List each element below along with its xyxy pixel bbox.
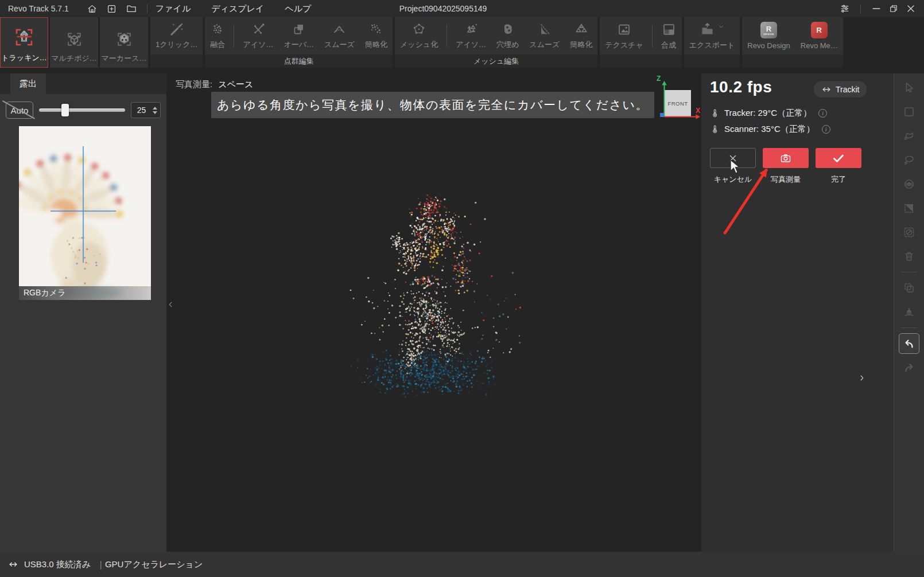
toolbar-button-composite[interactable]: 合成	[656, 17, 682, 54]
simplify-mesh-icon	[574, 22, 589, 37]
toolbar-button-export[interactable]: エクスポート	[684, 17, 740, 54]
toolbar-button-smooth-points[interactable]: スムーズ	[319, 17, 360, 54]
toolbar-button-marker-scan[interactable]: マーカース…	[100, 17, 148, 68]
toolbar-group-caption	[150, 54, 203, 68]
restore-button[interactable]	[886, 2, 901, 15]
tool-invert-selection-button[interactable]	[899, 198, 919, 219]
settings-icon[interactable]	[837, 2, 852, 15]
toolbar-button-revo-design[interactable]: RDESIGNRevo Design	[742, 17, 795, 54]
menu-file[interactable]: ファイル	[156, 3, 191, 14]
toolbar-button-simplify-mesh[interactable]: 簡略化	[565, 17, 597, 54]
info-icon[interactable]: i	[822, 125, 830, 134]
trackit-button[interactable]: Trackit	[814, 81, 867, 98]
toolbar-group-caption	[600, 54, 682, 68]
right-panel: 10.2 fps Trackit Tracker: 29°C（正常） i Sca…	[701, 73, 924, 552]
left-panel-tabs: 露出	[0, 73, 166, 94]
export-icon	[700, 22, 715, 37]
toolbar-group-mesh-edit: メッシュ化アイソ…穴埋めスムーズ簡略化メッシュ編集	[395, 17, 597, 68]
toolbar-button-fill-holes[interactable]: 穴埋め	[491, 17, 524, 54]
toolbar-button-label: マーカース…	[102, 53, 147, 64]
mode-value: スペース	[218, 79, 253, 89]
open-project-icon[interactable]	[124, 2, 139, 15]
tool-brush-button[interactable]	[899, 302, 919, 322]
tool-delete-button[interactable]	[899, 246, 919, 267]
isolation-mesh-icon	[464, 22, 479, 37]
toolbar-button-label: 穴埋め	[496, 40, 519, 50]
tracker-status: Tracker: 29°C（正常）	[724, 108, 812, 119]
spinner-up-icon[interactable]	[153, 107, 157, 110]
toolbar-button-label: オーバ…	[284, 40, 314, 50]
revo-me-icon: R	[811, 22, 828, 38]
check-icon	[832, 151, 845, 165]
titlebar-divider	[147, 4, 147, 13]
done-button[interactable]	[816, 148, 861, 168]
toolbar-button-revo-me[interactable]: RRevo Me…	[795, 17, 843, 54]
trackit-label: Trackit	[836, 85, 859, 94]
chevron-down-icon	[717, 23, 725, 30]
exposure-slider[interactable]	[39, 103, 125, 117]
toolbar-button-multi-position[interactable]: マルチポジ…	[50, 17, 98, 68]
status-bar: USB3.0 接続済み ｜ GPUアクセラレーション	[0, 552, 924, 577]
exposure-spinbox[interactable]: 25	[131, 102, 161, 118]
menu-help[interactable]: ヘルプ	[285, 3, 311, 14]
tool-select-arrow-button[interactable]	[899, 77, 919, 98]
toolbar-group-caption	[684, 54, 740, 68]
exposure-controls: Auto 25	[0, 94, 166, 126]
photogrammetry-button[interactable]	[763, 148, 809, 168]
tab-exposure[interactable]: 露出	[10, 73, 46, 94]
toolbar-button-isolation-points[interactable]: アイソ…	[238, 17, 278, 54]
toolbar-button-tracking[interactable]: トラッキン…	[0, 17, 48, 68]
spinner-arrows[interactable]	[152, 107, 160, 114]
close-button[interactable]	[903, 2, 918, 15]
multi-position-icon	[65, 30, 83, 48]
new-project-icon[interactable]	[104, 2, 119, 15]
toolbar-group-apps: RDESIGNRevo DesignRRevo Me…	[742, 17, 843, 68]
undo-icon	[902, 337, 916, 350]
revo-design-icon: RDESIGN	[760, 22, 777, 38]
info-icon[interactable]: i	[818, 109, 827, 118]
done-label: 完了	[831, 174, 846, 185]
tool-redo-button[interactable]	[899, 357, 919, 378]
exposure-slider-handle[interactable]	[61, 104, 69, 116]
scanner-temperature-row: Scanner: 35°C（正常） i	[710, 124, 830, 135]
marker-scan-icon	[115, 30, 133, 48]
done-action: 完了	[816, 148, 861, 185]
tool-rectangle-select-button[interactable]	[899, 102, 919, 122]
panel-expand-handle[interactable]	[858, 371, 867, 385]
redo-icon	[902, 361, 916, 375]
tool-duplicate-button[interactable]	[899, 278, 919, 298]
thermometer-icon	[710, 108, 720, 118]
toolbar-button-fusion[interactable]: 融合	[205, 17, 230, 54]
toolbar-button-one-click[interactable]: 1クリック…	[150, 17, 203, 54]
menu-display[interactable]: ディスプレイ	[211, 3, 264, 14]
camera-preview-image	[19, 126, 151, 300]
panel-collapse-handle[interactable]	[167, 298, 176, 311]
toolbar-button-texture[interactable]: テクスチャ	[600, 17, 649, 54]
gizmo-front-label[interactable]: FRONT	[665, 90, 691, 116]
tool-polygon-select-button[interactable]	[899, 126, 919, 146]
minimize-button[interactable]	[869, 2, 884, 15]
spinner-down-icon[interactable]	[153, 111, 157, 114]
axis-x-label: X	[696, 107, 700, 115]
tool-deselect-button[interactable]	[899, 222, 919, 243]
fps-readout: 10.2 fps	[710, 78, 772, 96]
tool-lasso-select-button[interactable]	[899, 150, 919, 170]
cancel-button[interactable]	[710, 148, 756, 168]
toolbar-button-isolation-mesh[interactable]: アイソ…	[451, 17, 491, 54]
toolbar-button-meshing[interactable]: メッシュ化	[395, 17, 443, 54]
smooth-mesh-icon	[537, 22, 552, 37]
toolbar-button-overlap[interactable]: オーバ…	[278, 17, 319, 54]
toolbar-button-simplify-points[interactable]: 簡略化	[360, 17, 393, 54]
home-icon[interactable]	[85, 2, 100, 15]
brush-icon	[902, 305, 916, 319]
composite-icon	[661, 22, 677, 37]
orientation-gizmo[interactable]: FRONT Z X	[652, 75, 701, 123]
toolbar-button-label: メッシュ化	[400, 40, 438, 50]
toolbar-group-one-click: 1クリック…	[150, 17, 203, 68]
tool-undo-button[interactable]	[899, 333, 919, 354]
auto-exposure-button[interactable]: Auto	[6, 102, 33, 119]
cancel-action: キャンセル	[710, 148, 756, 185]
viewport-3d[interactable]: 写真測量:スペース あらゆる角度から写真を撮り、物体の表面を完全にカバーしてくだ…	[166, 73, 701, 552]
tool-sphere-select-button[interactable]	[899, 174, 919, 194]
toolbar-button-smooth-mesh[interactable]: スムーズ	[524, 17, 565, 54]
